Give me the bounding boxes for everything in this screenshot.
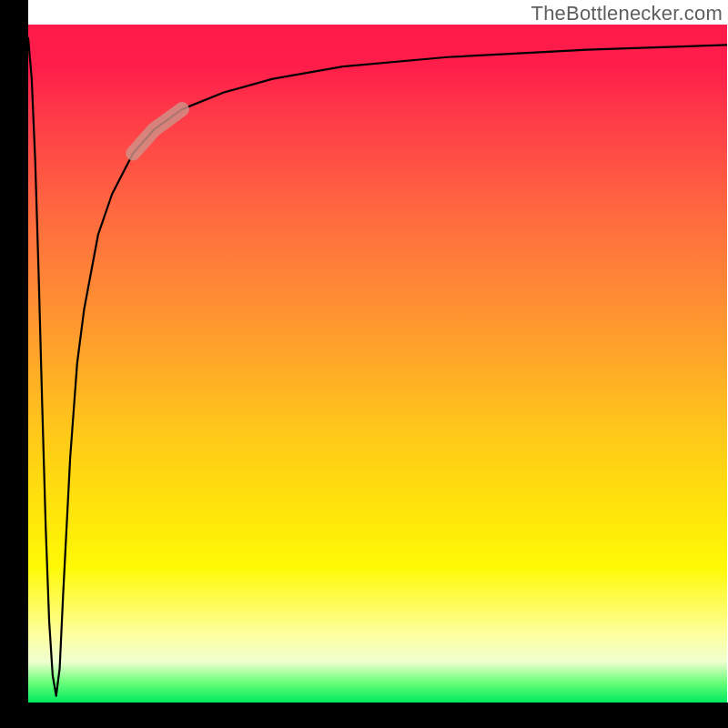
chart-left-border [0,0,28,728]
bottleneck-curve [28,38,727,696]
watermark-text: TheBottlenecker.com [531,2,723,25]
curve-highlight-segment [133,109,182,153]
chart-svg [28,25,727,703]
chart-bottom-border [0,703,728,728]
